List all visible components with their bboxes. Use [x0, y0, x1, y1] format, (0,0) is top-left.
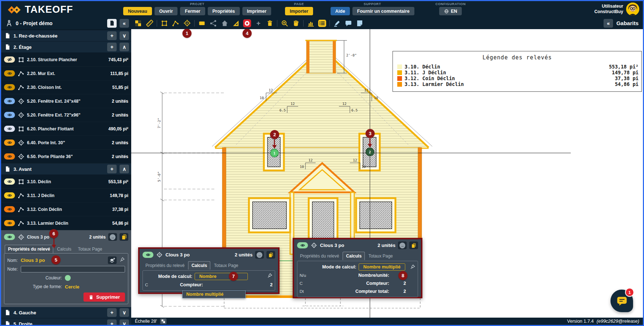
- duplicate-item-button[interactable]: [409, 241, 418, 249]
- chart-icon[interactable]: [307, 19, 315, 27]
- tab-totaux[interactable]: Totaux Page: [366, 252, 396, 260]
- commentaire-button[interactable]: Fournir un commentaire: [352, 7, 414, 15]
- visibility-toggle[interactable]: [4, 70, 15, 76]
- aide-button[interactable]: Aide: [331, 7, 350, 15]
- record-tool-icon[interactable]: 4: [243, 19, 251, 27]
- zoom-in-icon[interactable]: [281, 19, 289, 27]
- goto-item-button[interactable]: →: [255, 251, 264, 259]
- chevron-down-icon[interactable]: ∨: [120, 319, 129, 326]
- add-measure-button[interactable]: +: [107, 165, 117, 173]
- list-item[interactable]: 5.20. Fenêtre Ext. 72"x96" 2 unités: [1, 108, 131, 122]
- visibility-toggle[interactable]: [4, 178, 15, 185]
- chat-fab-button[interactable]: 1: [610, 290, 633, 312]
- add-measure-button[interactable]: +: [107, 319, 117, 326]
- scale-pattern-icon[interactable]: [160, 318, 167, 324]
- supprimer-button[interactable]: Supprimer: [83, 292, 125, 302]
- list-item[interactable]: 6.20. Plancher Flottant 490,05 pi²: [1, 122, 131, 136]
- trash-icon[interactable]: [266, 19, 274, 27]
- scale-label[interactable]: Échelle 28': [135, 319, 157, 324]
- visibility-toggle[interactable]: [4, 192, 15, 199]
- page-row-etage[interactable]: 2. Étage + ∧: [1, 42, 131, 52]
- visibility-toggle[interactable]: [4, 98, 15, 104]
- page-row-rez[interactable]: 1. Rez-de-chaussée + ∨: [1, 30, 131, 41]
- list-item[interactable]: 6.40. Porte Int. 30" 2 unités: [1, 136, 131, 150]
- visibility-toggle[interactable]: [4, 206, 15, 212]
- color-swatch[interactable]: [65, 275, 71, 281]
- visibility-toggle[interactable]: [143, 252, 153, 258]
- add-to-layer-button[interactable]: [108, 256, 117, 264]
- house-tool-icon[interactable]: [220, 19, 229, 27]
- add-measure-button[interactable]: +: [107, 43, 117, 51]
- tab-totaux[interactable]: Totaux Page: [75, 245, 105, 253]
- pin-icon[interactable]: [267, 273, 273, 280]
- ouvrir-button[interactable]: Ouvrir: [155, 7, 178, 15]
- list-item[interactable]: 3.12. Coin Déclin 37,38 pi: [1, 203, 131, 216]
- area-tool-icon[interactable]: [160, 19, 168, 27]
- pin-icon[interactable]: [120, 257, 125, 264]
- goto-item-button[interactable]: →: [108, 233, 117, 241]
- sticky-note-icon[interactable]: [356, 19, 364, 27]
- tab-totaux[interactable]: Totaux Page: [211, 262, 241, 270]
- page-row-avant[interactable]: 3. Avant + ∧: [1, 164, 131, 174]
- rectangle-tool-icon[interactable]: [198, 19, 206, 27]
- pattern-tool-icon[interactable]: [134, 19, 142, 27]
- avatar[interactable]: [626, 3, 639, 16]
- mode-calcul-select[interactable]: Nombre multiplié: [359, 263, 405, 271]
- chevron-down-icon[interactable]: ∨: [120, 31, 129, 40]
- drawing-canvas[interactable]: 7'-2" 5'-0" 8'-2" 2'-0" 12 10 12 10 12 6…: [131, 29, 644, 318]
- count-tool-icon[interactable]: 1: [183, 19, 191, 27]
- collapse-gabarits-button[interactable]: «: [604, 19, 613, 28]
- mode-calcul-select[interactable]: Nombre: [195, 273, 248, 280]
- dropdown-option-nombre-multiplie[interactable]: Nombre multiplié: [182, 290, 246, 298]
- language-button[interactable]: EN: [439, 7, 462, 15]
- tab-calculs[interactable]: Calculs: [343, 252, 365, 260]
- goto-item-button[interactable]: →: [398, 241, 407, 249]
- connect-nodes-tool-icon[interactable]: [209, 19, 217, 27]
- legend-list-icon[interactable]: [318, 19, 326, 27]
- ruler-tool-icon[interactable]: [145, 19, 153, 27]
- forme-value[interactable]: Cercle: [65, 284, 79, 290]
- tab-proprietes[interactable]: Propriétés du relevé: [5, 245, 53, 253]
- duplicate-item-button[interactable]: [120, 233, 128, 241]
- visibility-toggle[interactable]: [4, 126, 15, 132]
- add-measure-button[interactable]: +: [107, 31, 117, 40]
- note-input[interactable]: [21, 266, 125, 272]
- add-measure-button[interactable]: +: [107, 308, 117, 317]
- pin-icon[interactable]: [410, 264, 415, 271]
- comment-icon[interactable]: [344, 19, 352, 27]
- selected-list-item[interactable]: Clous 3 po 2 unités →: [1, 230, 131, 244]
- marker-icon[interactable]: [333, 19, 341, 27]
- add-page-button[interactable]: [107, 19, 117, 28]
- chevron-down-icon[interactable]: ∨: [120, 308, 129, 317]
- tab-proprietes[interactable]: Propriétés du relevé: [143, 262, 187, 270]
- list-item[interactable]: 3.13. Larmier Déclin 54,86 pi: [1, 216, 131, 230]
- visibility-toggle[interactable]: [4, 112, 15, 118]
- list-item[interactable]: 2.30. Cloison Int. 51,85 pi: [1, 80, 131, 94]
- list-item[interactable]: 3.10. Déclin 553,18 pi²: [1, 175, 131, 189]
- list-item[interactable]: 6.50. Porte Pliante 36" 2 unités: [1, 150, 131, 164]
- gabarits-label[interactable]: Gabarits: [616, 20, 639, 26]
- list-item[interactable]: 5.20. Fenêtre Ext. 24"x48" 2 unités: [1, 94, 131, 108]
- pan-hand-icon[interactable]: [292, 19, 300, 27]
- imprimer-button[interactable]: Imprimer: [242, 7, 272, 15]
- proprietes-button[interactable]: Propriétés: [208, 7, 240, 15]
- user-block[interactable]: Utilisateur ConstructBuy: [594, 1, 643, 16]
- tab-calculs[interactable]: Calculs: [188, 261, 210, 270]
- visibility-toggle[interactable]: [297, 242, 308, 248]
- page-row-gauche[interactable]: 4. Gauche + ∨: [1, 307, 131, 318]
- visibility-toggle[interactable]: [4, 56, 15, 63]
- importer-button[interactable]: Importer: [285, 7, 313, 15]
- visibility-toggle[interactable]: [4, 234, 15, 240]
- visibility-toggle[interactable]: [4, 153, 15, 160]
- visibility-toggle[interactable]: [4, 140, 15, 146]
- page-row-droite[interactable]: 5. Droite + ∨: [1, 318, 131, 326]
- nom-value[interactable]: Clous 3 po: [21, 258, 45, 263]
- nouveau-button[interactable]: Nouveau: [123, 7, 152, 15]
- duplicate-item-button[interactable]: [266, 251, 275, 259]
- collapse-sidebar-button[interactable]: «: [120, 19, 129, 28]
- fermer-button[interactable]: Fermer: [180, 7, 205, 15]
- visibility-toggle[interactable]: [4, 84, 15, 90]
- polyline-tool-icon[interactable]: [172, 19, 180, 27]
- list-item[interactable]: 2.10. Structure Plancher 745,43 pi²: [1, 53, 131, 67]
- add-icon[interactable]: +: [254, 19, 262, 27]
